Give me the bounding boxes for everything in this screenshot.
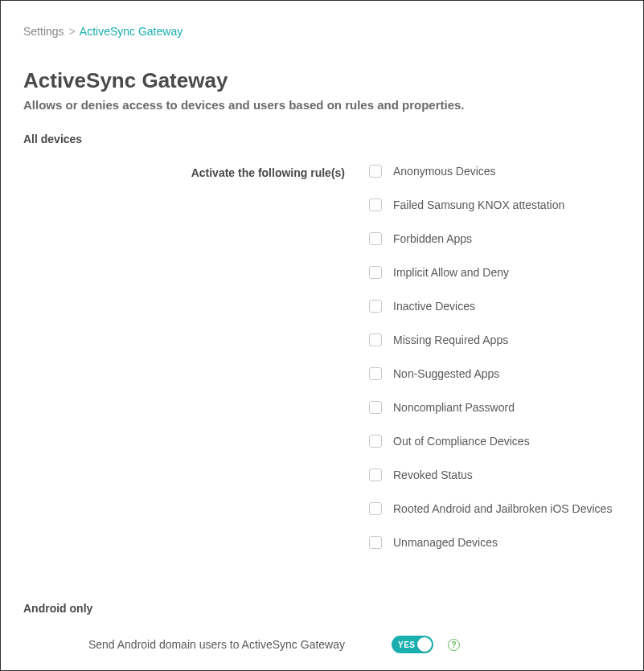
rule-checkbox[interactable] bbox=[369, 266, 382, 279]
section-heading-all-devices: All devices bbox=[23, 133, 621, 145]
rule-checkbox[interactable] bbox=[369, 300, 382, 313]
breadcrumb-current[interactable]: ActiveSync Gateway bbox=[80, 25, 183, 38]
rule-row: Rooted Android and Jailbroken iOS Device… bbox=[369, 502, 621, 515]
breadcrumb-root[interactable]: Settings bbox=[23, 25, 64, 38]
page-subtitle: Allows or denies access to devices and u… bbox=[23, 98, 621, 112]
rule-label: Noncompliant Password bbox=[393, 401, 515, 414]
rule-checkbox[interactable] bbox=[369, 435, 382, 448]
toggle-wrap: YES ? bbox=[369, 636, 460, 653]
rules-list: Anonymous DevicesFailed Samsung KNOX att… bbox=[369, 165, 621, 570]
rules-label: Activate the following rule(s) bbox=[23, 165, 369, 179]
android-row: Send Android domain users to ActiveSync … bbox=[23, 636, 621, 653]
rule-checkbox[interactable] bbox=[369, 333, 382, 346]
rule-row: Failed Samsung KNOX attestation bbox=[369, 198, 621, 211]
rule-label: Implicit Allow and Deny bbox=[393, 266, 509, 279]
rule-label: Rooted Android and Jailbroken iOS Device… bbox=[393, 502, 612, 515]
rule-row: Anonymous Devices bbox=[369, 165, 621, 178]
rule-label: Forbidden Apps bbox=[393, 232, 472, 245]
rule-label: Missing Required Apps bbox=[393, 333, 508, 346]
rule-checkbox[interactable] bbox=[369, 401, 382, 414]
section-heading-android-only: Android only bbox=[23, 602, 621, 615]
rule-row: Revoked Status bbox=[369, 468, 621, 481]
toggle-knob bbox=[417, 637, 432, 652]
rule-checkbox[interactable] bbox=[369, 198, 382, 211]
rule-label: Non-Suggested Apps bbox=[393, 367, 499, 380]
rule-row: Implicit Allow and Deny bbox=[369, 266, 621, 279]
page-title: ActiveSync Gateway bbox=[23, 68, 621, 93]
rule-row: Inactive Devices bbox=[369, 300, 621, 313]
toggle-state-text: YES bbox=[398, 640, 416, 649]
rule-label: Unmanaged Devices bbox=[393, 536, 498, 549]
rule-checkbox[interactable] bbox=[369, 165, 382, 178]
rule-row: Non-Suggested Apps bbox=[369, 367, 621, 380]
breadcrumb: Settings > ActiveSync Gateway bbox=[23, 25, 621, 38]
rule-row: Unmanaged Devices bbox=[369, 536, 621, 549]
send-android-users-toggle[interactable]: YES bbox=[392, 636, 433, 653]
rules-form-area: Activate the following rule(s) Anonymous… bbox=[23, 165, 621, 570]
breadcrumb-separator: > bbox=[68, 25, 75, 38]
rule-label: Failed Samsung KNOX attestation bbox=[393, 198, 564, 211]
rule-checkbox[interactable] bbox=[369, 367, 382, 380]
rule-label: Inactive Devices bbox=[393, 300, 475, 313]
rule-checkbox[interactable] bbox=[369, 536, 382, 549]
rule-row: Noncompliant Password bbox=[369, 401, 621, 414]
rule-row: Out of Compliance Devices bbox=[369, 435, 621, 448]
rule-label: Revoked Status bbox=[393, 468, 473, 481]
rule-checkbox[interactable] bbox=[369, 502, 382, 515]
rule-checkbox[interactable] bbox=[369, 232, 382, 245]
rule-checkbox[interactable] bbox=[369, 468, 382, 481]
rule-label: Anonymous Devices bbox=[393, 165, 496, 178]
rule-row: Missing Required Apps bbox=[369, 333, 621, 346]
rule-row: Forbidden Apps bbox=[369, 232, 621, 245]
android-toggle-label: Send Android domain users to ActiveSync … bbox=[23, 638, 369, 651]
rule-label: Out of Compliance Devices bbox=[393, 435, 530, 448]
help-icon[interactable]: ? bbox=[448, 639, 460, 651]
